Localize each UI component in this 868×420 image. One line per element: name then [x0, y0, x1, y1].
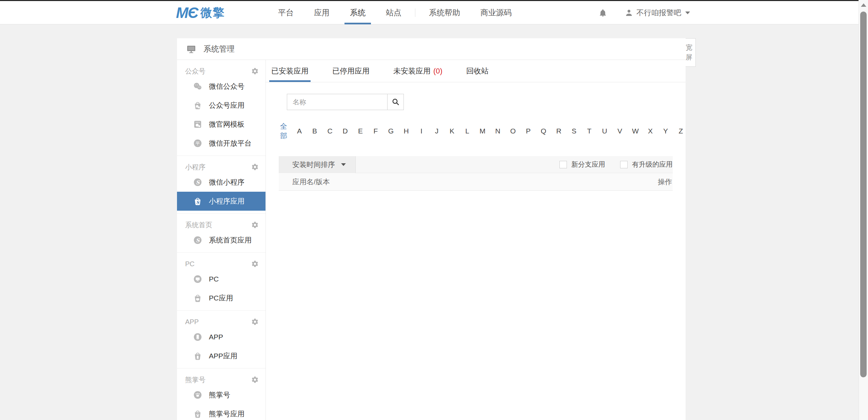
sidebar-item-5-1[interactable]: 熊掌号应用	[177, 404, 265, 420]
notification-bell-icon[interactable]	[598, 8, 607, 17]
letter-filter-Z[interactable]: Z	[678, 127, 684, 135]
tab-label: 已停用应用	[332, 66, 370, 76]
sidebar-item-0-2[interactable]: 微官网模板	[177, 115, 265, 134]
sidebar-section-title: 小程序	[185, 163, 251, 172]
nav-menu: 平台应用系统站点系统帮助商业源码	[268, 1, 522, 24]
tab-0[interactable]: 已安装应用	[269, 60, 311, 82]
widescreen-toggle[interactable]: 宽屏	[686, 38, 696, 67]
svg-text:S: S	[196, 179, 200, 186]
sidebar-section-3: PCPCPC应用	[177, 252, 265, 310]
tab-label: 已安装应用	[271, 66, 309, 76]
sidebar-section-5: 熊掌号熊掌号熊掌号应用	[177, 368, 265, 420]
checkbox-group-1[interactable]: 有升级的应用	[620, 160, 673, 169]
letter-filter-K[interactable]: K	[449, 127, 455, 135]
letter-filter-W[interactable]: W	[632, 127, 638, 135]
letter-filter-Y[interactable]: Y	[663, 127, 669, 135]
nav-item-1[interactable]: 应用	[309, 1, 335, 24]
tab-3[interactable]: 回收站	[464, 60, 491, 82]
letter-filter-H[interactable]: H	[403, 127, 409, 135]
gear-icon[interactable]	[251, 163, 259, 171]
letter-filter-X[interactable]: X	[647, 127, 653, 135]
letter-filter-L[interactable]: L	[464, 127, 470, 135]
nav-item-2[interactable]: 系统	[344, 1, 371, 24]
sidebar-item-5-0[interactable]: 熊掌号	[177, 385, 265, 404]
sidebar-item-0-1[interactable]: 公众号应用	[177, 96, 265, 115]
monitor-icon	[186, 44, 196, 54]
letter-filter-Q[interactable]: Q	[540, 127, 547, 135]
nav-item-5[interactable]: 系统帮助	[423, 1, 466, 24]
search-button[interactable]	[387, 94, 404, 110]
column-action: 操作	[658, 177, 672, 187]
gear-icon[interactable]	[251, 260, 259, 268]
nav-item-3[interactable]: 站点	[380, 1, 407, 24]
app-logo[interactable]: MЄ 微擎	[176, 1, 225, 24]
paw-icon	[193, 390, 203, 400]
sidebar-item-4-1[interactable]: APP应用	[177, 346, 265, 365]
sidebar-section-header: 公众号	[177, 65, 265, 77]
sidebar-section-0: 公众号微信公众号公众号应用微官网模板平微信开放平台	[177, 60, 265, 155]
tab-1[interactable]: 已停用应用	[330, 60, 372, 82]
nav-right-cluster: 不行咱报警吧	[598, 1, 690, 24]
letter-filter-T[interactable]: T	[586, 127, 592, 135]
sidebar-item-label: 小程序应用	[209, 196, 244, 206]
sidebar-item-0-3[interactable]: 平微信开放平台	[177, 134, 265, 153]
letter-filter-P[interactable]: P	[525, 127, 531, 135]
sidebar-section-2: 系统首页S系统首页应用	[177, 213, 265, 252]
miniprogram-icon: S	[193, 177, 203, 187]
user-menu[interactable]: 不行咱报警吧	[625, 8, 690, 18]
sidebar-section-title: APP	[185, 318, 251, 326]
letter-filter-F[interactable]: F	[373, 127, 379, 135]
gear-icon[interactable]	[251, 221, 259, 229]
sidebar-item-label: 熊掌号应用	[209, 409, 244, 419]
letter-filter-C[interactable]: C	[327, 127, 333, 135]
checkbox-group-0[interactable]: 新分支应用	[559, 160, 605, 169]
sort-dropdown[interactable]: 安装时间排序	[279, 156, 356, 173]
gear-icon[interactable]	[251, 67, 259, 75]
letter-filter-I[interactable]: I	[418, 127, 425, 135]
sidebar-item-1-1[interactable]: S小程序应用	[177, 192, 265, 211]
letter-filter-N[interactable]: N	[495, 127, 501, 135]
letter-filter-all[interactable]: 全部	[280, 122, 287, 141]
nav-item-6[interactable]: 商业源码	[475, 1, 517, 24]
wechat-icon	[193, 81, 203, 91]
gear-icon[interactable]	[251, 318, 259, 326]
svg-text:平: 平	[196, 141, 200, 146]
open-platform-icon: 平	[193, 138, 203, 148]
letter-filter-A[interactable]: A	[296, 127, 302, 135]
letter-filter-J[interactable]: J	[434, 127, 440, 135]
user-avatar-icon	[625, 9, 633, 17]
sidebar-item-2-0[interactable]: S系统首页应用	[177, 231, 265, 250]
letter-filter-D[interactable]: D	[342, 127, 348, 135]
scrollbar[interactable]	[859, 0, 868, 420]
search-input[interactable]	[287, 94, 388, 110]
letter-filter-S[interactable]: S	[571, 127, 577, 135]
sidebar-item-1-0[interactable]: S微信小程序	[177, 173, 265, 192]
letter-filter-E[interactable]: E	[357, 127, 363, 135]
letter-filter-M[interactable]: M	[479, 127, 486, 135]
letter-filter-G[interactable]: G	[388, 127, 394, 135]
sidebar-item-0-0[interactable]: 微信公众号	[177, 77, 265, 96]
sidebar-section-header: 小程序	[177, 161, 265, 173]
letter-filter-B[interactable]: B	[312, 127, 318, 135]
sidebar-item-3-1[interactable]: PC应用	[177, 289, 265, 308]
sidebar-item-3-0[interactable]: PC	[177, 270, 265, 289]
tab-2[interactable]: 未安装应用(0)	[391, 60, 445, 82]
scroll-up-arrow-icon[interactable]	[861, 3, 866, 7]
sort-toolbar: 安装时间排序 新分支应用有升级的应用	[279, 156, 673, 173]
sidebar-item-4-0[interactable]: APP	[177, 328, 265, 346]
letter-filter-R[interactable]: R	[556, 127, 562, 135]
sidebar-section-title: 公众号	[185, 67, 251, 76]
nav-item-0[interactable]: 平台	[273, 1, 299, 24]
top-navbar: MЄ 微擎 平台应用系统站点系统帮助商业源码 不行咱报警吧	[0, 1, 868, 24]
gear-icon[interactable]	[251, 376, 259, 383]
checkbox-icon[interactable]	[620, 161, 628, 168]
sidebar-item-label: PC	[209, 275, 219, 283]
sidebar: 公众号微信公众号公众号应用微官网模板平微信开放平台小程序S微信小程序S小程序应用…	[177, 60, 266, 420]
letter-filter-V[interactable]: V	[617, 127, 623, 135]
sidebar-item-label: PC应用	[209, 293, 233, 303]
checkbox-icon[interactable]	[559, 161, 567, 168]
letter-filter-U[interactable]: U	[601, 127, 608, 135]
scrollbar-thumb[interactable]	[860, 12, 867, 377]
widescreen-label: 宽屏	[686, 43, 695, 62]
letter-filter-O[interactable]: O	[510, 127, 516, 135]
